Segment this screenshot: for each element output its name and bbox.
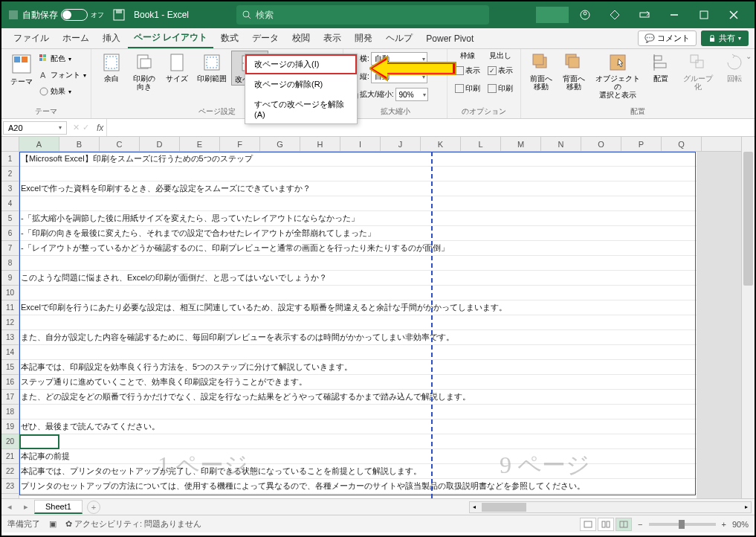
minimize-button[interactable] <box>659 1 689 28</box>
column-header[interactable]: H <box>300 137 340 151</box>
table-row[interactable] <box>19 256 741 271</box>
align-button[interactable]: 配置 <box>645 51 676 84</box>
column-header[interactable]: Q <box>662 137 702 151</box>
table-row[interactable]: Excelで印刷を行うにあたり必要な設定は、相互に関連しているため、設定する順番… <box>19 300 741 315</box>
enter-formula-icon[interactable]: ✓ <box>83 123 89 132</box>
table-row[interactable]: ぜひ、最後まで読んでみてください。 <box>19 419 741 434</box>
name-box[interactable]: A20 <box>3 121 67 135</box>
column-header[interactable]: D <box>140 137 180 151</box>
effects-button[interactable]: 効果▾ <box>39 83 86 100</box>
row-header[interactable]: 9 <box>1 271 19 286</box>
margins-button[interactable]: 余白 <box>96 51 127 84</box>
themes-button[interactable]: テーマ <box>6 51 37 87</box>
diamond-icon[interactable] <box>600 1 630 28</box>
tab-insert[interactable]: 挿入 <box>97 29 126 48</box>
gridlines-view-check[interactable]: 表示 <box>455 62 480 79</box>
table-row[interactable]: プリンタのセットアップの方法については、使用する機種によって異なるので、各種メー… <box>19 479 741 494</box>
table-row[interactable]: 本記事では、プリンタのセットアップが完了し、印刷できる状態になっていることを前提… <box>19 464 741 479</box>
cancel-formula-icon[interactable]: ✕ <box>73 123 80 132</box>
column-header[interactable]: P <box>621 137 662 151</box>
search-box[interactable]: 検索 <box>236 5 489 25</box>
macro-record-icon[interactable]: ▣ <box>49 519 56 529</box>
select-all-corner[interactable] <box>1 137 19 152</box>
print-area-button[interactable]: 印刷範囲 <box>194 51 230 84</box>
bring-forward-button[interactable]: 前面へ 移動 <box>526 51 557 92</box>
tab-help[interactable]: ヘルプ <box>380 29 419 48</box>
row-header[interactable]: 6 <box>1 226 19 241</box>
row-header[interactable]: 20 <box>1 434 19 449</box>
table-row[interactable]: このような問題に悩まされ、Excelの印刷が面倒だ、と思ってはいないでしょうか？ <box>19 271 741 286</box>
tab-home[interactable]: ホーム <box>56 29 95 48</box>
table-row[interactable]: -「拡大縮小を調節した後に用紙サイズを変えたら、思っていたレイアウトにならなかっ… <box>19 211 741 226</box>
table-row[interactable] <box>19 167 741 181</box>
row-header[interactable]: 17 <box>1 390 19 405</box>
reset-all-page-breaks-item[interactable]: すべての改ページを解除(A) <box>245 94 357 123</box>
share-button[interactable]: 共有 ▾ <box>701 30 749 46</box>
insert-page-break-item[interactable]: 改ページの挿入(I) <box>245 54 357 74</box>
vertical-scrollbar[interactable] <box>741 137 755 498</box>
save-icon[interactable] <box>113 9 125 21</box>
column-header[interactable]: B <box>59 137 100 151</box>
sheet-nav-next[interactable]: ▸ <box>18 502 34 512</box>
close-button[interactable] <box>719 1 749 28</box>
autosave-toggle[interactable]: 自動保存 オフ <box>22 9 104 22</box>
row-header[interactable]: 22 <box>1 464 19 479</box>
tab-review[interactable]: 校閲 <box>286 29 316 48</box>
table-row[interactable]: また、どの設定をどの順番で行うかだけでなく、設定を行なった結果をどうやって確認す… <box>19 390 741 405</box>
table-row[interactable]: Excelで作った資料を印刷するとき、必要な設定をスムーズにできていますか？ <box>19 181 741 196</box>
row-header[interactable]: 1 <box>1 152 19 167</box>
tab-developer[interactable]: 開発 <box>349 29 378 48</box>
selection-pane-button[interactable]: オブジェクトの 選択と表示 <box>591 51 644 100</box>
page-break-view-button[interactable] <box>616 518 632 531</box>
table-row[interactable]: 本記事の前提 <box>19 449 741 464</box>
column-header[interactable]: E <box>180 137 220 151</box>
table-row[interactable] <box>19 315 741 330</box>
table-row[interactable] <box>19 286 741 300</box>
table-row[interactable] <box>19 196 741 211</box>
table-row[interactable]: 本記事では、印刷設定を効率良く行う方法を、5つのステップに分けて解説していきます… <box>19 360 741 375</box>
ribbon-options-icon[interactable] <box>630 1 659 28</box>
tab-file[interactable]: ファイル <box>7 29 55 48</box>
column-header[interactable]: O <box>581 137 621 151</box>
row-header[interactable]: 23 <box>1 479 19 494</box>
gridlines-print-check[interactable]: 印刷 <box>455 80 480 97</box>
column-header[interactable]: K <box>421 137 461 151</box>
row-header[interactable]: 10 <box>1 286 19 300</box>
row-header[interactable]: 7 <box>1 241 19 256</box>
tab-page-layout[interactable]: ページ レイアウト <box>128 28 213 48</box>
row-header[interactable]: 5 <box>1 211 19 226</box>
ribbon-collapse-icon[interactable]: ⌄ <box>746 52 752 60</box>
headings-view-check[interactable]: 表示 <box>488 62 513 79</box>
size-button[interactable]: サイズ <box>161 51 193 84</box>
table-row[interactable] <box>19 345 741 360</box>
formula-input[interactable] <box>106 119 755 136</box>
normal-view-button[interactable] <box>580 518 596 531</box>
tab-powerpivot[interactable]: Power Pivot <box>420 30 479 47</box>
accessibility-status[interactable]: ✿ アクセシビリティ: 問題ありません <box>65 518 201 530</box>
sheet-nav-prev[interactable]: ◂ <box>1 502 18 512</box>
headings-print-check[interactable]: 印刷 <box>488 80 513 97</box>
send-backward-button[interactable]: 背面へ 移動 <box>558 51 589 92</box>
column-header[interactable]: J <box>381 137 421 151</box>
zoom-out-button[interactable]: − <box>638 520 642 529</box>
row-header[interactable]: 18 <box>1 405 19 419</box>
row-header[interactable]: 14 <box>1 345 19 360</box>
tab-view[interactable]: 表示 <box>317 29 347 48</box>
row-header[interactable]: 12 <box>1 315 19 330</box>
column-header[interactable]: L <box>461 137 501 151</box>
account-icon[interactable] <box>570 1 600 28</box>
maximize-button[interactable] <box>689 1 719 28</box>
page-layout-view-button[interactable] <box>598 518 614 531</box>
row-header[interactable]: 8 <box>1 256 19 271</box>
row-header[interactable]: 19 <box>1 419 19 434</box>
fonts-button[interactable]: Aフォント▾ <box>39 67 86 83</box>
table-row[interactable]: -「レイアウトが整っているかどうか確認するのに、印刷プレビューと通常の画面とを行… <box>19 241 741 256</box>
table-row[interactable]: -「印刷の向きを最後に変えたら、それまでの設定で合わせたレイアウトが全部崩れてし… <box>19 226 741 241</box>
colors-button[interactable]: 配色▾ <box>39 51 86 67</box>
add-sheet-button[interactable]: + <box>87 501 100 514</box>
table-row[interactable]: ステップ通りに進めていくことで、効率良く印刷設定を行うことができます。 <box>19 375 741 390</box>
table-row[interactable]: また、自分が設定した内容を確認するために、毎回印刷プレビューを表示するのは時間が… <box>19 330 741 345</box>
column-header[interactable]: I <box>340 137 381 151</box>
scale-combo[interactable]: 90% <box>395 88 428 101</box>
column-header[interactable]: C <box>100 137 140 151</box>
